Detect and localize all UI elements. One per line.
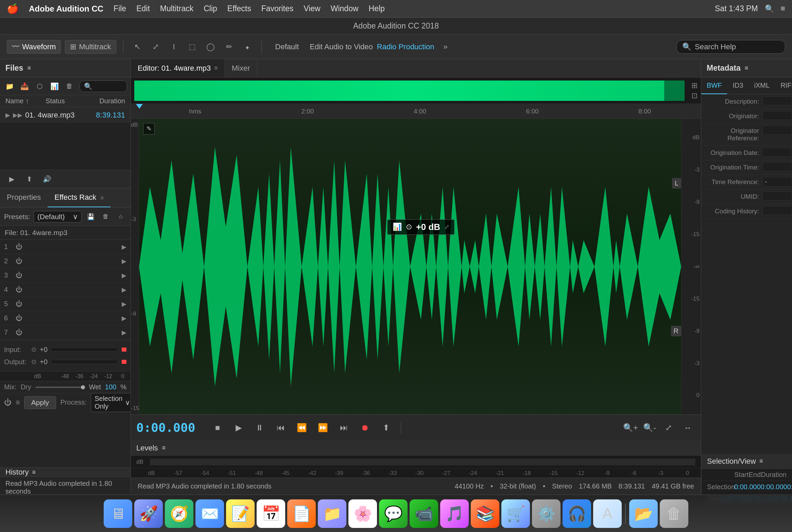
files-share[interactable]: ⬆ [23,173,35,185]
menu-favorites[interactable]: Favorites [261,4,294,13]
rewind-button[interactable]: ⏪ [294,420,310,436]
share-button[interactable]: ⬆ [378,420,394,436]
dock-item-pages[interactable]: 📄 [287,499,316,528]
play-button[interactable]: ▶ [231,420,246,436]
workspace-default[interactable]: Default [275,42,299,51]
dock-item-safari[interactable]: 🧭 [165,499,193,528]
editor-tab-close[interactable]: ≡ [214,65,218,72]
menu-clip[interactable]: Clip [204,4,217,13]
dock-item-systemprefs[interactable]: ⚙️ [532,499,561,528]
menu-multitrack[interactable]: Multitrack [160,4,193,13]
apple-menu[interactable]: 🍎 [7,3,19,14]
toolbar-lasso[interactable]: ⤢ [149,40,163,54]
list-toggle[interactable]: ≡ [16,398,20,407]
toolbar-select[interactable]: ↖ [130,40,144,54]
dock-item-facetime[interactable]: 📹 [410,499,438,528]
toolbar-cursor[interactable]: I [167,40,181,54]
selview-sel-dur[interactable]: 0:00.000 [787,483,792,491]
mix-slider[interactable] [35,387,85,388]
metadata-input-2[interactable] [762,126,792,135]
record-button[interactable]: ⏺ [357,420,373,436]
files-volume[interactable]: 🔊 [41,173,53,185]
level-expand[interactable]: ⤢ [444,223,449,231]
slot-power-7[interactable]: ⏻ [16,329,22,336]
tab-effects-rack[interactable]: Effects Rack ≡ [48,188,110,207]
tab-properties[interactable]: Properties [0,188,48,207]
toolbar-lasso2[interactable]: ◯ [204,40,218,54]
presets-delete[interactable]: 🗑 [100,211,111,223]
process-select[interactable]: Selection Only ∨ [91,393,131,412]
io-input-knob[interactable]: ⊙ [31,346,36,353]
apply-button[interactable]: Apply [24,396,56,409]
overview-menu-icon[interactable]: ⊡ [691,91,698,100]
metadata-tab-bwf[interactable]: BWF [701,77,727,94]
dock-item-folder[interactable]: 📂 [629,499,658,528]
metadata-tab-id3[interactable]: ID3 [727,77,748,94]
slot-power-5[interactable]: ⏻ [16,300,22,308]
dock-item-photos[interactable]: 🌸 [348,499,377,528]
presets-select[interactable]: (Default) ∨ [34,211,82,223]
effect-slot-5[interactable]: 5 ⏻ ▶ [0,297,131,311]
waveform-display[interactable]: 📊 ⊙ +0 dB ⤢ ✎ L R [139,119,681,414]
effect-slot-3[interactable]: 3 ⏻ ▶ [0,268,131,283]
menu-file[interactable]: File [114,4,126,13]
editor-tab-main[interactable]: Editor: 01. 4ware.mp3 ≡ [131,59,225,77]
slot-power-2[interactable]: ⏻ [16,257,22,265]
presets-favorite[interactable]: ☆ [115,211,126,223]
selview-sel-start[interactable]: 0:00.000 [734,483,761,491]
metadata-input-7[interactable] [762,206,792,215]
slot-power-4[interactable]: ⏻ [16,286,22,294]
prev-button[interactable]: ⏮ [273,420,289,436]
forward-button[interactable]: ⏩ [315,420,331,436]
effect-slot-4[interactable]: 4 ⏻ ▶ [0,283,131,297]
files-delete[interactable]: 🗑 [63,80,75,92]
files-import[interactable]: 📥 [18,80,31,92]
dock-item-trash[interactable]: 🗑 [660,499,688,528]
metadata-input-3[interactable] [762,148,792,157]
zoom-in[interactable]: 🔍+ [623,420,638,436]
dock-item-calendar[interactable]: 📅 [257,499,285,528]
toolbar-brush[interactable]: ⬥ [240,40,255,54]
files-waveform[interactable]: 📊 [48,80,61,92]
selview-sel-end[interactable]: 0:00.000 [761,483,787,491]
toolbar-marquee[interactable]: ⬚ [185,40,200,54]
overview-zoom-icon[interactable]: ⊞ [691,81,698,90]
metadata-input-5[interactable]: - [762,177,792,187]
metadata-tab-riff[interactable]: RIFF [775,77,792,94]
files-search[interactable]: 🔍 [80,81,127,92]
workspace-radio-production[interactable]: Radio Production [377,42,434,51]
workspace-edit-audio[interactable]: Edit Audio to Video [310,42,373,51]
metadata-input-4[interactable] [762,162,792,171]
files-new-folder[interactable]: 📁 [3,80,16,92]
menu-edit[interactable]: Edit [136,4,150,13]
zoom-sel[interactable]: ↔ [680,420,695,436]
menu-effects[interactable]: Effects [227,4,251,13]
toolbar-pencil[interactable]: ✏ [222,40,236,54]
mode-multitrack[interactable]: ⊞ Multitrack [65,40,116,54]
file-item[interactable]: ▶ ▶▶ 01. 4ware.mp3 8:39.131 [0,107,131,123]
dock-item-finder[interactable]: 🖥 [104,499,132,528]
effect-slot-1[interactable]: 1 ⏻ ▶ [0,240,131,254]
search-help[interactable]: 🔍 Search Help [676,40,785,54]
dock-item-appstore[interactable]: 🛒 [501,499,530,528]
slot-power-6[interactable]: ⏻ [16,314,22,322]
effect-slot-6[interactable]: 6 ⏻ ▶ [0,311,131,325]
dock-item-files[interactable]: 📁 [318,499,346,528]
dock-item-notes[interactable]: 📝 [226,499,255,528]
effect-slot-7[interactable]: 7 ⏻ ▶ [0,325,131,340]
mode-waveform[interactable]: 〰 Waveform [7,40,61,54]
waveform-overview-wave[interactable] [134,81,685,101]
menu-view[interactable]: View [304,4,320,13]
metadata-input-6[interactable] [762,192,792,200]
effect-slot-2[interactable]: 2 ⏻ ▶ [0,254,131,268]
dock-item-audition[interactable]: 🎧 [563,499,591,528]
dock-item-font[interactable]: A [593,499,622,528]
slot-power-3[interactable]: ⏻ [16,271,22,279]
dock-item-mail[interactable]: ✉️ [195,499,224,528]
editor-tab-mixer[interactable]: Mixer [225,59,257,77]
metadata-tab-ixml[interactable]: iXML [749,77,775,94]
stop-button[interactable]: ■ [210,420,225,436]
dock-item-launchpad[interactable]: 🚀 [134,499,163,528]
workspace-more[interactable]: » [438,40,453,54]
presets-save[interactable]: 💾 [85,211,97,223]
